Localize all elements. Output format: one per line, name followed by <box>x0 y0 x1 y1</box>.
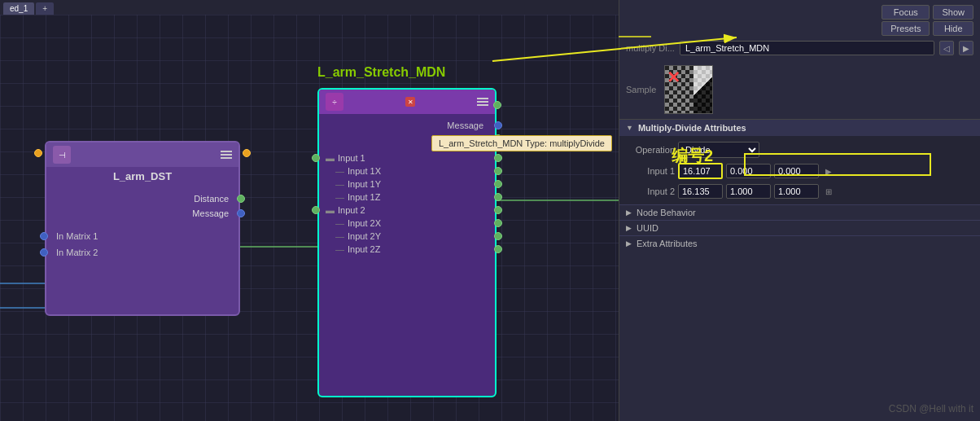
node-dst-title: L_arm_DST <box>46 167 238 182</box>
mdn-input1-port-right[interactable] <box>494 154 502 162</box>
input1-label: Input 1 <box>626 166 675 176</box>
node-name-row: multiply Di... ◁ ▶ <box>619 36 980 60</box>
input1-y-field[interactable] <box>726 164 771 178</box>
mdn-input1y-row: — Input 1Y <box>319 178 495 191</box>
mdn-message-port-right[interactable] <box>494 121 502 129</box>
mdn-message-row: Message <box>319 119 495 132</box>
mdn-input2y-row: — Input 2Y <box>319 230 495 243</box>
mdn-input1y-port-right[interactable] <box>494 180 502 188</box>
tab-bar: ed_1 + <box>0 0 619 16</box>
mdn-label-above: L_arm_Stretch_MDN <box>317 65 445 80</box>
dst-inmatrix1-port-left[interactable] <box>40 232 48 240</box>
dst-icon: ⊣ <box>53 146 71 164</box>
input2-y-field[interactable] <box>726 184 771 199</box>
node-dst-body: Distance Message In Matrix 1 In Matrix 2 <box>46 182 238 270</box>
node-behavior-header[interactable]: ▶ Node Behavior <box>619 204 980 220</box>
mdn-input1z-port-right[interactable] <box>494 193 502 201</box>
input2-icon[interactable]: ⊞ <box>822 185 835 198</box>
dst-port-orange-left[interactable] <box>34 149 42 157</box>
mdn-input2y-port-right[interactable] <box>494 232 502 240</box>
node-dst-header: ⊣ <box>46 143 238 167</box>
mdn-tooltip: L_arm_Stretch_MDN Type: multiplyDivide <box>431 135 612 151</box>
input1-z-field[interactable] <box>774 164 819 178</box>
node-mdn: ÷ ✕ Message Output ⊕ <box>317 88 497 397</box>
tab-ed1[interactable]: ed_1 <box>3 2 34 15</box>
node-name-input[interactable] <box>680 41 934 55</box>
input2-label: Input 2 <box>626 186 675 196</box>
mdn-top-port-right[interactable] <box>493 101 501 109</box>
sample-label: Sample <box>626 85 656 94</box>
input1-icon[interactable]: ▶ <box>822 164 835 178</box>
mdn-input1x-port-right[interactable] <box>494 167 502 175</box>
focus-button[interactable]: Focus <box>882 5 930 20</box>
dst-port-orange-right[interactable] <box>243 149 251 157</box>
right-panel: Focus Presets Show Hide multiply Di... ◁… <box>619 0 980 421</box>
mdn-input2-group: ▬ Input 2 <box>319 204 495 217</box>
multiply-divide-header[interactable]: ▼ Multiply-Divide Attributes <box>619 119 980 136</box>
dst-message-port-right[interactable] <box>237 209 245 217</box>
mdn-input1-group: ▬ Input 1 <box>319 151 495 164</box>
mdn-input2z-row: — Input 2Z <box>319 243 495 256</box>
extra-attrs-triangle: ▶ <box>626 239 632 248</box>
node-behavior-triangle: ▶ <box>626 208 632 217</box>
triangle-icon: ▼ <box>626 124 633 132</box>
mdn-input1-port-left[interactable] <box>312 154 320 162</box>
node-name-icon-right[interactable]: ▶ <box>959 41 973 55</box>
node-name-icon-left[interactable]: ◁ <box>939 41 954 55</box>
annotation-label: 编号2 <box>672 145 713 167</box>
sample-image: ✕ <box>664 65 713 114</box>
node-mdn-header: ÷ ✕ <box>319 90 495 114</box>
dst-distance-port-right[interactable] <box>237 195 245 203</box>
dst-matrix-area: In Matrix 1 In Matrix 2 <box>56 231 229 257</box>
canvas-area: ⊣ L_arm_DST Distance Message <box>0 15 619 421</box>
dst-inmatrix2-port-left[interactable] <box>40 248 48 257</box>
mdn-input2x-port-right[interactable] <box>494 219 502 227</box>
mdn-input1z-row: — Input 1Z <box>319 191 495 204</box>
sample-area: Sample ✕ <box>619 60 980 119</box>
uuid-label: UUID <box>637 223 658 233</box>
mdn-menu-icon[interactable] <box>477 98 488 106</box>
node-behavior-label: Node Behavior <box>637 208 696 217</box>
multiply-divide-title: Multiply-Divide Attributes <box>638 123 973 133</box>
mdn-input2x-row: — Input 2X <box>319 217 495 230</box>
watermark: CSDN @Hell with it <box>889 403 973 414</box>
dst-row-distance: Distance <box>56 194 229 204</box>
dst-row-message: Message <box>56 208 229 218</box>
mdn-input2-port-right[interactable] <box>494 206 502 214</box>
presets-button[interactable]: Presets <box>882 21 930 36</box>
dst-menu-icon[interactable] <box>221 151 232 159</box>
input2-z-field[interactable] <box>774 184 819 199</box>
mdn-input2-port-left[interactable] <box>312 206 320 214</box>
uuid-triangle: ▶ <box>626 224 632 232</box>
right-top-buttons: Focus Presets Show Hide <box>619 0 980 36</box>
extra-attributes-header[interactable]: ▶ Extra Attributes <box>619 235 980 251</box>
show-button[interactable]: Show <box>933 5 973 20</box>
hide-button[interactable]: Hide <box>933 21 973 36</box>
mdn-input2z-port-right[interactable] <box>494 245 502 253</box>
mdn-input1x-row: — Input 1X <box>319 164 495 178</box>
mdn-icon: ÷ <box>326 93 343 111</box>
uuid-header[interactable]: ▶ UUID <box>619 220 980 235</box>
mdn-x-icon: ✕ <box>405 97 415 107</box>
extra-attrs-label: Extra Attributes <box>637 239 698 248</box>
operation-label: Operation <box>626 145 675 155</box>
dst-row-inmatrix2: In Matrix 2 <box>56 248 229 257</box>
node-dst: ⊣ L_arm_DST Distance Message <box>45 141 240 316</box>
tab-plus[interactable]: + <box>36 2 54 15</box>
checker-x-icon: ✕ <box>667 68 680 87</box>
input2-x-field[interactable] <box>678 184 723 199</box>
input2-row: Input 2 ⊞ <box>619 182 980 201</box>
dst-row-inmatrix1: In Matrix 1 <box>56 231 229 241</box>
node-name-label: multiply Di... <box>626 43 675 53</box>
